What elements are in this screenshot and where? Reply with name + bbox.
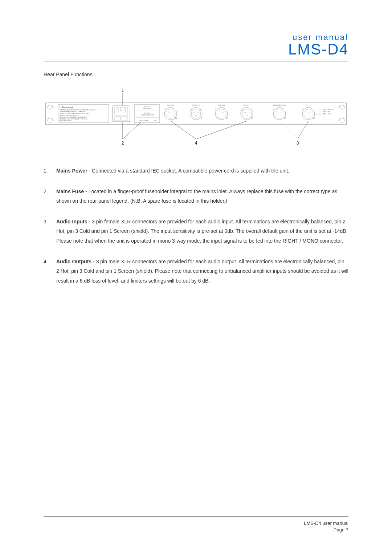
svg-point-55 xyxy=(242,109,252,118)
svg-text:3: 3 xyxy=(297,141,299,146)
svg-rect-0 xyxy=(45,103,347,125)
svg-point-3 xyxy=(339,105,344,109)
svg-point-32 xyxy=(168,112,170,113)
svg-point-51 xyxy=(215,109,217,110)
item-title: Audio Inputs xyxy=(56,219,87,224)
svg-line-91 xyxy=(279,121,298,139)
svg-rect-14 xyxy=(113,106,130,122)
svg-text:MADE IN THE E.U.: MADE IN THE E.U. xyxy=(60,120,72,122)
diagram-svg: Turbosound WARNING: THIS APPARATUS MUST … xyxy=(44,88,348,150)
svg-rect-18 xyxy=(124,109,126,112)
svg-point-34 xyxy=(170,115,171,116)
svg-text:OUTPUT 3: OUTPUT 3 xyxy=(192,104,200,106)
svg-line-88 xyxy=(171,121,196,139)
svg-point-43 xyxy=(190,109,191,110)
list-item: 1. Mains Power - Connected via a standar… xyxy=(44,166,348,176)
svg-point-70 xyxy=(302,108,315,120)
svg-point-76 xyxy=(313,117,315,119)
svg-point-68 xyxy=(284,117,286,119)
svg-text:4: 4 xyxy=(195,141,197,146)
svg-rect-19 xyxy=(115,117,121,120)
svg-point-33 xyxy=(172,112,173,113)
svg-point-30 xyxy=(164,108,177,120)
svg-line-86 xyxy=(123,122,142,139)
item-body: - Located in a finger-proof fuseholder i… xyxy=(56,189,337,204)
svg-text:1: 1 xyxy=(122,88,124,93)
svg-point-1 xyxy=(48,105,53,109)
svg-point-50 xyxy=(221,115,222,116)
page-header: user manual LMS-D4 xyxy=(44,33,348,58)
list-item: 2. Mains Fuse - Located in a finger-proo… xyxy=(44,187,348,206)
svg-point-4 xyxy=(339,118,344,122)
svg-point-47 xyxy=(217,109,226,118)
svg-text:SERIAL NO.: SERIAL NO. xyxy=(143,108,151,109)
svg-point-52 xyxy=(226,117,228,119)
svg-point-44 xyxy=(201,117,202,119)
svg-point-63 xyxy=(275,109,284,118)
svg-text:PIN2 - HOT: PIN2 - HOT xyxy=(323,111,331,113)
list-item: 4. Audio Outputs - 3 pin male XLR connec… xyxy=(44,257,348,286)
svg-text:2: 2 xyxy=(122,141,124,146)
svg-point-40 xyxy=(193,112,195,113)
svg-line-92 xyxy=(298,121,309,139)
svg-point-62 xyxy=(273,108,286,120)
svg-point-42 xyxy=(195,115,197,116)
svg-point-64 xyxy=(277,112,278,113)
item-number: 1. xyxy=(44,166,56,176)
top-rule xyxy=(44,61,348,61)
item-number: 4. xyxy=(44,257,56,286)
svg-point-56 xyxy=(244,112,246,113)
svg-point-66 xyxy=(279,115,280,116)
brand-label: Turbosound xyxy=(62,106,73,108)
svg-text:LEFT IN: LEFT IN xyxy=(306,104,311,106)
svg-point-65 xyxy=(281,112,282,113)
xlr-group: OUTPUT 4 OUTPUT 3 OUTPUT 2 xyxy=(164,104,334,120)
svg-point-31 xyxy=(166,109,175,118)
svg-point-48 xyxy=(219,112,220,113)
svg-point-58 xyxy=(246,115,248,116)
svg-point-60 xyxy=(252,117,253,119)
svg-point-39 xyxy=(191,109,201,118)
page-footer: LMS-D4 user manual Page 7 xyxy=(44,516,348,533)
svg-point-41 xyxy=(197,112,199,113)
svg-text:PIN3 - COLD: PIN3 - COLD xyxy=(323,113,332,115)
svg-point-75 xyxy=(302,109,304,110)
svg-point-57 xyxy=(248,112,249,113)
svg-point-46 xyxy=(215,108,228,120)
svg-text:CE: CE xyxy=(154,120,156,122)
svg-point-49 xyxy=(222,112,224,113)
svg-rect-15 xyxy=(115,107,128,115)
svg-point-59 xyxy=(241,109,242,110)
item-body: - 3 pin male XLR connectors are provided… xyxy=(56,259,348,284)
bottom-rule xyxy=(44,516,348,516)
section-heading: Rear Panel Functions xyxy=(44,72,348,77)
svg-rect-20 xyxy=(122,117,128,120)
svg-rect-17 xyxy=(121,108,122,111)
svg-text:PIN1 - GROUND: PIN1 - GROUND xyxy=(323,109,334,110)
footer-line-2: Page 7 xyxy=(44,527,348,533)
svg-text:OUTPUT 4: OUTPUT 4 xyxy=(167,104,174,106)
svg-text:RIGHT / MONO IN: RIGHT / MONO IN xyxy=(273,104,285,106)
item-number: 2. xyxy=(44,187,56,206)
svg-text:OUTPUT 1: OUTPUT 1 xyxy=(243,104,250,106)
item-number: 3. xyxy=(44,217,56,246)
svg-point-38 xyxy=(190,108,202,120)
svg-point-71 xyxy=(304,109,313,118)
item-title: Audio Outputs xyxy=(56,259,91,264)
item-title: Mains Power xyxy=(56,168,87,174)
svg-text:~ 50/60Hz 100V 20W: ~ 50/60Hz 100V 20W xyxy=(140,114,154,116)
footer-line-1: LMS-D4 user manual xyxy=(44,520,348,527)
svg-point-2 xyxy=(48,118,53,122)
svg-line-89 xyxy=(196,121,247,139)
svg-point-35 xyxy=(164,109,166,110)
svg-point-36 xyxy=(175,117,177,119)
svg-point-74 xyxy=(308,115,309,116)
definitions-list: 1. Mains Power - Connected via a standar… xyxy=(44,166,348,285)
header-title: LMS-D4 xyxy=(44,41,348,58)
rear-panel-diagram: Turbosound WARNING: THIS APPARATUS MUST … xyxy=(44,88,348,151)
svg-point-54 xyxy=(241,108,253,120)
item-body: - Connected via a standard IEC socket. A… xyxy=(87,168,289,174)
list-item: 3. Audio Inputs - 3 pin female XLR conne… xyxy=(44,217,348,246)
svg-text:Fuse T315mA: Fuse T315mA xyxy=(139,119,148,121)
svg-point-6 xyxy=(60,106,61,108)
